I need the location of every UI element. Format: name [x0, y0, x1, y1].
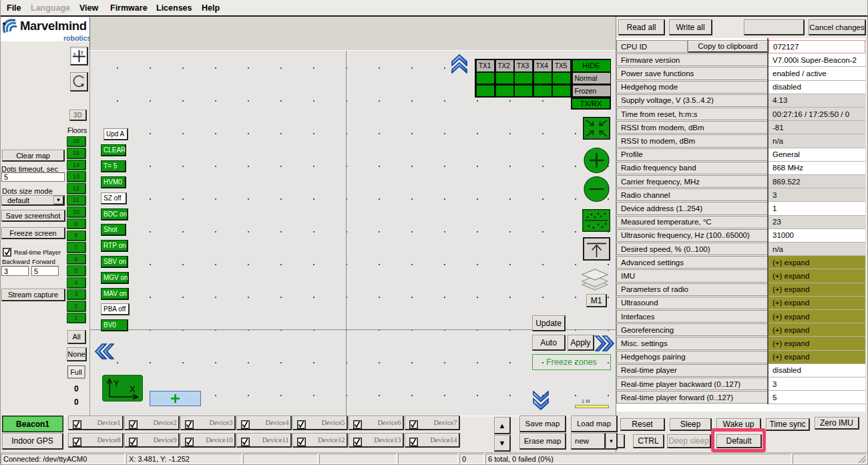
svg-text:x: x: [73, 51, 76, 56]
svg-text:Y: Y: [114, 378, 120, 388]
svg-text:X: X: [130, 384, 136, 394]
svg-text:y: y: [81, 49, 83, 55]
